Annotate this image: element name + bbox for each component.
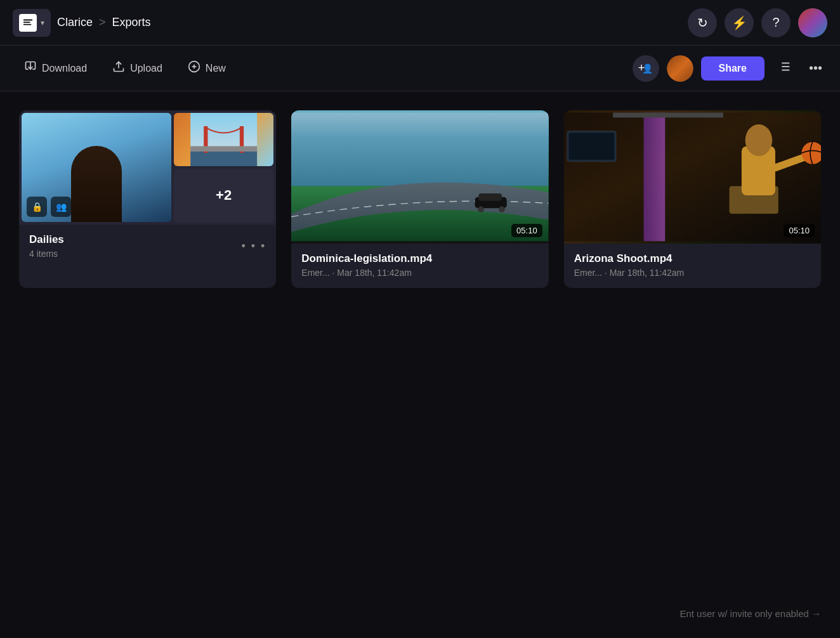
download-icon: [24, 60, 37, 76]
breadcrumb-current: Exports: [112, 16, 151, 29]
video-card-arizona[interactable]: 05:10 Arizona Shoot.mp4 Emer... · Mar 18…: [564, 110, 821, 288]
download-label: Download: [42, 63, 87, 74]
list-view-icon: [777, 62, 791, 76]
lock-icon[interactable]: 🔒: [27, 197, 47, 217]
nav-right: ↻ ⚡ ?: [688, 8, 827, 37]
folder-more-icon: • • •: [241, 240, 266, 252]
toolbar: Download Upload New: [0, 46, 840, 91]
studio-thumbnail: [564, 110, 821, 244]
svg-point-30: [745, 124, 771, 156]
upload-icon: [112, 60, 125, 76]
duration-badge-dominica: 05:10: [511, 224, 542, 237]
new-icon: [188, 60, 200, 76]
folder-side-images: +2: [174, 113, 273, 222]
video-info-arizona: Arizona Shoot.mp4 Emer... · Mar 18th, 11…: [564, 244, 821, 288]
help-icon: ?: [772, 15, 779, 30]
member-avatar-image: [667, 55, 693, 82]
svg-rect-34: [568, 133, 614, 160]
video-meta-dominica: Emer... · Mar 18th, 11:42am: [301, 268, 538, 278]
svg-rect-19: [291, 113, 548, 186]
logo-icon: [19, 14, 37, 32]
svg-rect-26: [643, 113, 665, 242]
breadcrumb-separator: >: [99, 16, 106, 29]
svg-rect-0: [23, 19, 32, 20]
breadcrumb-workspace[interactable]: Clarice: [57, 16, 93, 29]
plus-count-text: +2: [216, 187, 232, 204]
main-content: 🔒 👥: [0, 91, 840, 288]
nav-left: ▾ Clarice > Exports: [13, 9, 151, 37]
video-meta-arizona: Emer... · Mar 18th, 11:42am: [574, 268, 811, 278]
logo-button[interactable]: ▾: [13, 9, 51, 37]
footer: Ent user w/ invite only enabled →: [679, 608, 821, 619]
folder-text: Dailies 4 items: [29, 233, 64, 259]
svg-rect-1: [23, 22, 30, 23]
folder-more-button[interactable]: • • •: [241, 240, 266, 253]
more-options-icon: •••: [809, 61, 822, 75]
video-name-dominica: Dominica-legislation.mp4: [301, 252, 538, 265]
avatar: [798, 8, 827, 37]
svg-rect-15: [190, 150, 257, 166]
folder-thumbnail: 🔒 👥: [19, 110, 276, 225]
folder-overlay-icons: 🔒 👥: [27, 197, 71, 217]
folder-main-image: 🔒 👥: [22, 113, 171, 222]
new-button[interactable]: New: [176, 55, 237, 81]
bridge-thumbnail: [174, 113, 273, 166]
duration-badge-arizona: 05:10: [784, 224, 815, 237]
refresh-icon: ↻: [697, 15, 708, 30]
top-nav: ▾ Clarice > Exports ↻ ⚡ ?: [0, 0, 840, 46]
share-label: Share: [719, 63, 747, 74]
user-avatar-button[interactable]: [798, 8, 827, 37]
people-icon[interactable]: 👥: [51, 197, 71, 217]
member-avatar[interactable]: [667, 55, 693, 82]
lightning-button[interactable]: ⚡: [725, 8, 754, 37]
svg-rect-18: [190, 146, 257, 152]
download-button[interactable]: Download: [13, 55, 98, 81]
footer-text: Ent user w/ invite only enabled →: [679, 608, 821, 619]
video-thumbnail-arizona: 05:10: [564, 110, 821, 244]
video-name-arizona: Arizona Shoot.mp4: [574, 252, 811, 265]
svg-rect-27: [613, 113, 723, 118]
more-options-button[interactable]: •••: [804, 56, 827, 81]
lightning-icon: ⚡: [732, 15, 747, 30]
upload-button[interactable]: Upload: [101, 55, 174, 81]
plus-count-badge: +2: [174, 169, 273, 222]
folder-meta: 4 items: [29, 249, 64, 259]
video-info-dominica: Dominica-legislation.mp4 Emer... · Mar 1…: [291, 244, 548, 288]
svg-point-23: [478, 206, 485, 212]
add-member-button[interactable]: + 👤: [633, 55, 659, 82]
help-button[interactable]: ?: [761, 8, 791, 37]
toolbar-left: Download Upload New: [13, 55, 633, 81]
share-button[interactable]: Share: [701, 56, 765, 81]
svg-rect-22: [479, 193, 502, 201]
chevron-down-icon: ▾: [41, 18, 44, 27]
items-grid: 🔒 👥: [19, 110, 821, 288]
svg-point-24: [499, 206, 505, 212]
racetrack-thumbnail: [291, 110, 548, 244]
toolbar-right: + 👤 Share •••: [633, 55, 827, 82]
folder-images: 🔒 👥: [19, 110, 276, 225]
upload-label: Upload: [130, 63, 162, 74]
list-view-button[interactable]: [772, 55, 796, 82]
video-thumbnail-dominica: 05:10: [291, 110, 548, 244]
new-label: New: [206, 63, 226, 74]
folder-name: Dailies: [29, 233, 64, 246]
folder-info: Dailies 4 items • • •: [19, 225, 276, 269]
person-silhouette: [71, 146, 122, 222]
folder-card-dailies[interactable]: 🔒 👥: [19, 110, 276, 288]
svg-rect-2: [23, 23, 32, 25]
refresh-button[interactable]: ↻: [688, 8, 717, 37]
breadcrumb: Clarice > Exports: [57, 16, 151, 29]
add-member-person-icon: 👤: [642, 63, 653, 74]
video-card-dominica[interactable]: 05:10 Dominica-legislation.mp4 Emer... ·…: [291, 110, 548, 288]
